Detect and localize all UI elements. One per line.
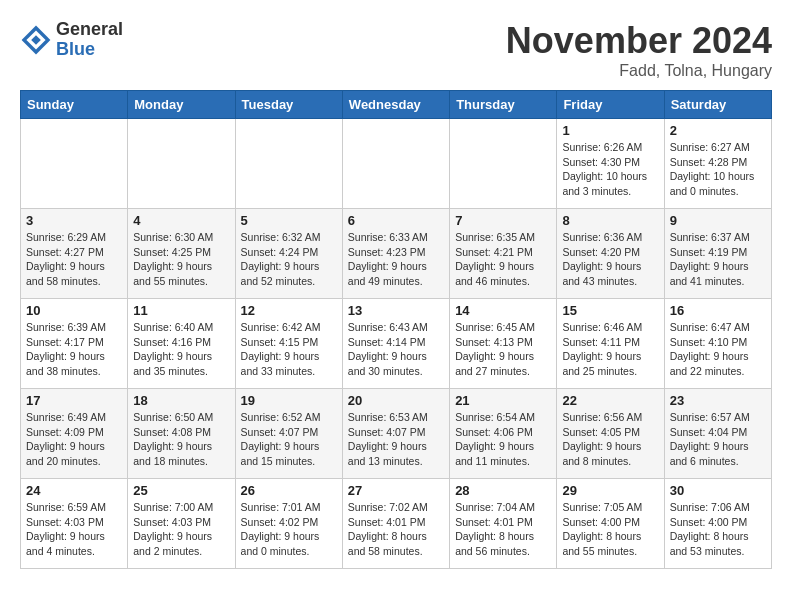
logo: General Blue (20, 20, 123, 60)
day-info: Sunrise: 7:01 AM Sunset: 4:02 PM Dayligh… (241, 500, 337, 559)
calendar-cell: 29Sunrise: 7:05 AM Sunset: 4:00 PM Dayli… (557, 479, 664, 569)
day-info: Sunrise: 6:45 AM Sunset: 4:13 PM Dayligh… (455, 320, 551, 379)
day-number: 2 (670, 123, 766, 138)
calendar-cell (128, 119, 235, 209)
day-info: Sunrise: 6:29 AM Sunset: 4:27 PM Dayligh… (26, 230, 122, 289)
calendar-cell (21, 119, 128, 209)
calendar-cell: 24Sunrise: 6:59 AM Sunset: 4:03 PM Dayli… (21, 479, 128, 569)
logo-icon (20, 24, 52, 56)
day-info: Sunrise: 6:50 AM Sunset: 4:08 PM Dayligh… (133, 410, 229, 469)
weekday-header-sunday: Sunday (21, 91, 128, 119)
calendar-cell: 19Sunrise: 6:52 AM Sunset: 4:07 PM Dayli… (235, 389, 342, 479)
day-number: 12 (241, 303, 337, 318)
calendar-cell: 6Sunrise: 6:33 AM Sunset: 4:23 PM Daylig… (342, 209, 449, 299)
day-info: Sunrise: 6:56 AM Sunset: 4:05 PM Dayligh… (562, 410, 658, 469)
day-number: 30 (670, 483, 766, 498)
calendar-cell: 14Sunrise: 6:45 AM Sunset: 4:13 PM Dayli… (450, 299, 557, 389)
month-title: November 2024 (506, 20, 772, 62)
calendar-cell: 5Sunrise: 6:32 AM Sunset: 4:24 PM Daylig… (235, 209, 342, 299)
calendar-cell: 16Sunrise: 6:47 AM Sunset: 4:10 PM Dayli… (664, 299, 771, 389)
day-number: 14 (455, 303, 551, 318)
calendar-cell: 27Sunrise: 7:02 AM Sunset: 4:01 PM Dayli… (342, 479, 449, 569)
calendar-cell (235, 119, 342, 209)
weekday-header-monday: Monday (128, 91, 235, 119)
day-number: 18 (133, 393, 229, 408)
day-number: 13 (348, 303, 444, 318)
day-info: Sunrise: 6:33 AM Sunset: 4:23 PM Dayligh… (348, 230, 444, 289)
calendar-cell: 4Sunrise: 6:30 AM Sunset: 4:25 PM Daylig… (128, 209, 235, 299)
day-number: 29 (562, 483, 658, 498)
day-number: 20 (348, 393, 444, 408)
calendar-cell: 12Sunrise: 6:42 AM Sunset: 4:15 PM Dayli… (235, 299, 342, 389)
calendar-cell: 10Sunrise: 6:39 AM Sunset: 4:17 PM Dayli… (21, 299, 128, 389)
day-info: Sunrise: 6:52 AM Sunset: 4:07 PM Dayligh… (241, 410, 337, 469)
calendar-header: SundayMondayTuesdayWednesdayThursdayFrid… (21, 91, 772, 119)
calendar-cell: 9Sunrise: 6:37 AM Sunset: 4:19 PM Daylig… (664, 209, 771, 299)
day-number: 3 (26, 213, 122, 228)
calendar-cell: 3Sunrise: 6:29 AM Sunset: 4:27 PM Daylig… (21, 209, 128, 299)
calendar-cell: 28Sunrise: 7:04 AM Sunset: 4:01 PM Dayli… (450, 479, 557, 569)
calendar-cell (450, 119, 557, 209)
day-info: Sunrise: 6:42 AM Sunset: 4:15 PM Dayligh… (241, 320, 337, 379)
day-number: 28 (455, 483, 551, 498)
day-number: 8 (562, 213, 658, 228)
calendar-cell: 30Sunrise: 7:06 AM Sunset: 4:00 PM Dayli… (664, 479, 771, 569)
day-info: Sunrise: 7:06 AM Sunset: 4:00 PM Dayligh… (670, 500, 766, 559)
calendar-cell: 18Sunrise: 6:50 AM Sunset: 4:08 PM Dayli… (128, 389, 235, 479)
day-number: 22 (562, 393, 658, 408)
day-number: 5 (241, 213, 337, 228)
calendar-week-row: 10Sunrise: 6:39 AM Sunset: 4:17 PM Dayli… (21, 299, 772, 389)
day-number: 1 (562, 123, 658, 138)
day-number: 21 (455, 393, 551, 408)
calendar-week-row: 3Sunrise: 6:29 AM Sunset: 4:27 PM Daylig… (21, 209, 772, 299)
calendar-week-row: 1Sunrise: 6:26 AM Sunset: 4:30 PM Daylig… (21, 119, 772, 209)
calendar-cell: 1Sunrise: 6:26 AM Sunset: 4:30 PM Daylig… (557, 119, 664, 209)
calendar-week-row: 24Sunrise: 6:59 AM Sunset: 4:03 PM Dayli… (21, 479, 772, 569)
day-info: Sunrise: 6:30 AM Sunset: 4:25 PM Dayligh… (133, 230, 229, 289)
day-number: 27 (348, 483, 444, 498)
day-number: 25 (133, 483, 229, 498)
day-info: Sunrise: 6:46 AM Sunset: 4:11 PM Dayligh… (562, 320, 658, 379)
calendar-cell: 23Sunrise: 6:57 AM Sunset: 4:04 PM Dayli… (664, 389, 771, 479)
day-number: 23 (670, 393, 766, 408)
calendar-cell: 26Sunrise: 7:01 AM Sunset: 4:02 PM Dayli… (235, 479, 342, 569)
day-number: 11 (133, 303, 229, 318)
calendar-cell: 13Sunrise: 6:43 AM Sunset: 4:14 PM Dayli… (342, 299, 449, 389)
day-number: 16 (670, 303, 766, 318)
day-number: 4 (133, 213, 229, 228)
day-info: Sunrise: 6:39 AM Sunset: 4:17 PM Dayligh… (26, 320, 122, 379)
day-info: Sunrise: 7:00 AM Sunset: 4:03 PM Dayligh… (133, 500, 229, 559)
day-info: Sunrise: 6:43 AM Sunset: 4:14 PM Dayligh… (348, 320, 444, 379)
calendar-cell: 20Sunrise: 6:53 AM Sunset: 4:07 PM Dayli… (342, 389, 449, 479)
day-info: Sunrise: 6:27 AM Sunset: 4:28 PM Dayligh… (670, 140, 766, 199)
calendar-table: SundayMondayTuesdayWednesdayThursdayFrid… (20, 90, 772, 569)
calendar-cell: 22Sunrise: 6:56 AM Sunset: 4:05 PM Dayli… (557, 389, 664, 479)
calendar-cell: 2Sunrise: 6:27 AM Sunset: 4:28 PM Daylig… (664, 119, 771, 209)
calendar-cell: 8Sunrise: 6:36 AM Sunset: 4:20 PM Daylig… (557, 209, 664, 299)
weekday-header-wednesday: Wednesday (342, 91, 449, 119)
calendar-cell: 21Sunrise: 6:54 AM Sunset: 4:06 PM Dayli… (450, 389, 557, 479)
calendar-cell: 15Sunrise: 6:46 AM Sunset: 4:11 PM Dayli… (557, 299, 664, 389)
logo-blue-text: Blue (56, 40, 123, 60)
day-number: 19 (241, 393, 337, 408)
day-info: Sunrise: 7:04 AM Sunset: 4:01 PM Dayligh… (455, 500, 551, 559)
day-info: Sunrise: 6:57 AM Sunset: 4:04 PM Dayligh… (670, 410, 766, 469)
calendar-cell: 7Sunrise: 6:35 AM Sunset: 4:21 PM Daylig… (450, 209, 557, 299)
day-number: 17 (26, 393, 122, 408)
weekday-header-thursday: Thursday (450, 91, 557, 119)
location-subtitle: Fadd, Tolna, Hungary (506, 62, 772, 80)
day-info: Sunrise: 7:05 AM Sunset: 4:00 PM Dayligh… (562, 500, 658, 559)
day-number: 26 (241, 483, 337, 498)
title-area: November 2024 Fadd, Tolna, Hungary (506, 20, 772, 80)
day-number: 6 (348, 213, 444, 228)
day-info: Sunrise: 6:53 AM Sunset: 4:07 PM Dayligh… (348, 410, 444, 469)
day-info: Sunrise: 7:02 AM Sunset: 4:01 PM Dayligh… (348, 500, 444, 559)
day-info: Sunrise: 6:49 AM Sunset: 4:09 PM Dayligh… (26, 410, 122, 469)
calendar-week-row: 17Sunrise: 6:49 AM Sunset: 4:09 PM Dayli… (21, 389, 772, 479)
calendar-body: 1Sunrise: 6:26 AM Sunset: 4:30 PM Daylig… (21, 119, 772, 569)
weekday-header-friday: Friday (557, 91, 664, 119)
weekday-header-tuesday: Tuesday (235, 91, 342, 119)
day-info: Sunrise: 6:47 AM Sunset: 4:10 PM Dayligh… (670, 320, 766, 379)
calendar-cell: 17Sunrise: 6:49 AM Sunset: 4:09 PM Dayli… (21, 389, 128, 479)
day-number: 24 (26, 483, 122, 498)
